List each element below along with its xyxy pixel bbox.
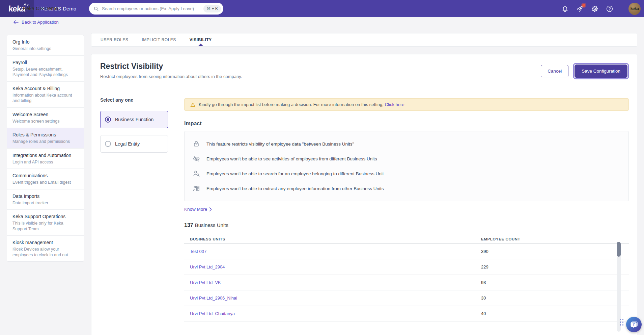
bell-icon[interactable] [561, 5, 569, 12]
employee-count-value: 40 [481, 311, 629, 316]
sidebar-item-kiosk-management[interactable]: Kiosk management Kiosk Devices allow you… [7, 236, 84, 261]
tab-visibility[interactable]: VISIBILITY [186, 33, 215, 46]
tab-user-roles[interactable]: USER ROLES [97, 33, 132, 46]
panel-header: Restrict Visibility Restrict employees f… [91, 54, 637, 87]
sidebar-item-integrations-automation[interactable]: Integrations and Automation Login and AP… [7, 149, 84, 169]
help-chat-button[interactable]: ? [626, 317, 642, 332]
company-tooltip: Keka CS-Demo [23, 5, 58, 11]
table-header-row: BUSINESS UNITS EMPLOYEE COUNT [184, 234, 629, 244]
drag-handle-icon[interactable] [620, 319, 625, 327]
sidebar-item-communications[interactable]: Communications Event triggers and Email … [7, 169, 84, 189]
employee-count-value: 229 [481, 264, 629, 269]
user-search-icon [193, 170, 200, 177]
impact-item: Employees won't be able to search for an… [193, 166, 620, 181]
select-any-one-label: Select any one [100, 97, 169, 103]
table-row: Urvi Pvt Ltd_Chaitanya 40 [184, 306, 629, 321]
business-unit-link[interactable]: Test 007 [190, 249, 206, 254]
notification-dot [582, 4, 585, 7]
sidebar-item-keka-support-operations[interactable]: Keka Support Operations This is visible … [7, 210, 84, 236]
header-actions: Cancel Save Configuration [541, 65, 627, 78]
rocket-icon[interactable] [576, 5, 584, 12]
business-unit-link[interactable]: Urvi Pvt Ltd_2904 [190, 264, 225, 269]
sidebar-item-welcome-screen[interactable]: Welcome Screen Welcome screen settings [7, 108, 84, 128]
impact-item: This feature restricts visibility of emp… [193, 136, 620, 151]
sidebar-item-payroll[interactable]: Payroll Setup, Leave encashment, Payment… [7, 56, 84, 82]
sidebar-item-org-info[interactable]: Org Info General info settings [7, 35, 84, 56]
sidebar-item-data-imports[interactable]: Data Imports Data import tracker [7, 189, 84, 210]
business-unit-link[interactable]: Urvi Pvt Ltd_VK [190, 280, 221, 285]
search-shortcut-badge: ⌘ + K [203, 5, 221, 12]
navbar-divider [621, 4, 621, 13]
top-navbar: keka Keka CS-Demo Keka CS-Demo ⌘ + K [0, 0, 644, 17]
settings-sidebar: Org Info General info settings Payroll S… [7, 35, 84, 262]
column-business-units: BUSINESS UNITS [184, 237, 481, 241]
click-here-link[interactable]: Click here [385, 102, 404, 107]
business-unit-link[interactable]: Urvi Pvt Ltd_Chaitanya [190, 311, 235, 316]
user-file-icon [193, 185, 200, 192]
back-arrow-icon [13, 20, 19, 24]
svg-text:?: ? [633, 323, 635, 326]
tab-implicit-roles[interactable]: IMPLICIT ROLES [138, 33, 179, 46]
visibility-detail-column: Kindly go through the impact list before… [178, 87, 637, 335]
panel-body: Select any one Business Function Legal E… [91, 87, 637, 335]
impact-item: Employees won't be able to see activitie… [193, 151, 620, 166]
lock-icon [193, 140, 200, 148]
employee-count-value: 390 [481, 249, 629, 254]
impact-list: This feature restricts visibility of emp… [184, 131, 629, 201]
chevron-right-icon [209, 207, 212, 211]
impact-warning-banner: Kindly go through the impact list before… [184, 98, 629, 111]
gear-icon[interactable] [591, 5, 598, 12]
cancel-button[interactable]: Cancel [541, 65, 568, 77]
sidebar-item-roles-permissions[interactable]: Roles & Permissions Manage roles and per… [7, 128, 84, 149]
global-search[interactable]: ⌘ + K [89, 3, 223, 15]
table-row: Urvi Pvt Ltd_2904 229 [184, 259, 629, 275]
roles-tabbar: USER ROLES IMPLICIT ROLES VISIBILITY [91, 33, 637, 47]
option-business-function[interactable]: Business Function [100, 111, 168, 128]
help-icon[interactable] [606, 5, 613, 12]
business-units-heading: 137Business Units [184, 222, 629, 228]
sidebar-item-keka-account-billing[interactable]: Keka Account & Billing Information about… [7, 82, 84, 108]
business-units-table: BUSINESS UNITS EMPLOYEE COUNT Test 007 3… [184, 234, 629, 321]
option-legal-entity[interactable]: Legal Entity [100, 135, 168, 153]
table-row: Test 007 390 [184, 244, 629, 259]
navbar-actions: keka [561, 0, 641, 17]
banner-text: Kindly go through the impact list before… [199, 102, 384, 107]
page-title: Restrict Visibility [100, 62, 163, 71]
employee-count-value: 93 [481, 280, 629, 285]
warning-icon [190, 102, 196, 107]
table-row: Urvi Pvt Ltd_2906_Nihal 30 [184, 290, 629, 306]
restrict-visibility-panel: Restrict Visibility Restrict employees f… [91, 54, 637, 335]
search-icon [93, 6, 99, 11]
impact-heading: Impact [184, 121, 629, 127]
search-input[interactable] [102, 6, 203, 11]
avatar[interactable]: keka [628, 3, 641, 15]
business-unit-link[interactable]: Urvi Pvt Ltd_2906_Nihal [190, 295, 237, 301]
employee-count-value: 30 [481, 295, 629, 301]
back-to-application-link[interactable]: Back to Application [13, 20, 59, 25]
business-units-count: 137 [184, 222, 193, 228]
page-subtitle: Restrict employees from seeing informati… [100, 74, 242, 79]
table-row: Urvi Pvt Ltd_VK 93 [184, 275, 629, 290]
scrollbar-thumb[interactable] [617, 242, 621, 257]
column-employee-count: EMPLOYEE COUNT [481, 237, 629, 241]
visibility-mode-column: Select any one Business Function Legal E… [91, 87, 178, 335]
chat-bubble-icon: ? [629, 320, 638, 329]
eye-off-icon [193, 155, 200, 162]
save-configuration-button[interactable]: Save Configuration [575, 65, 627, 78]
know-more-link[interactable]: Know More [184, 207, 212, 212]
impact-item: Employees won't be able to extract any e… [193, 181, 620, 196]
table-scrollbar[interactable] [617, 244, 621, 332]
business-function-radio[interactable] [105, 117, 111, 123]
legal-entity-radio[interactable] [105, 141, 111, 147]
